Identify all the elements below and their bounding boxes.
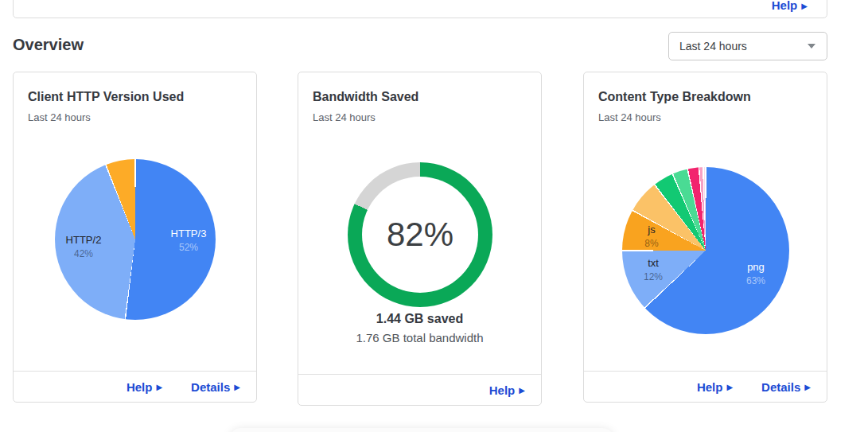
donut-percent-value: 82% — [387, 216, 453, 254]
card-content-type-breakdown: Content Type Breakdown Last 24 hours png… — [583, 72, 827, 403]
card-subtitle: Last 24 hours — [298, 104, 541, 123]
card-bandwidth-saved: Bandwidth Saved Last 24 hours 82% 1.44 G… — [298, 72, 542, 406]
caret-right-icon: ▶ — [156, 383, 162, 391]
card-title: Client HTTP Version Used — [14, 72, 256, 104]
help-link[interactable]: Help ▶ — [489, 383, 525, 397]
caret-right-icon: ▶ — [234, 383, 240, 391]
card-footer: Help ▶ Details ▶ — [584, 371, 827, 402]
time-range-select[interactable]: Last 24 hours — [668, 32, 827, 60]
details-link[interactable]: Details ▶ — [761, 380, 811, 394]
card-subtitle: Last 24 hours — [584, 104, 827, 123]
pie-slice-label-txt: txt 12% — [644, 257, 663, 282]
next-card-top-edge — [229, 428, 614, 432]
page-title: Overview — [13, 36, 84, 54]
pie-slice-label-js: js 8% — [644, 224, 658, 249]
top-partial-card: Help ▶ — [13, 0, 827, 18]
help-link-label: Help — [772, 0, 798, 12]
help-link[interactable]: Help ▶ — [697, 380, 733, 394]
card-client-http-version: Client HTTP Version Used Last 24 hours H… — [13, 72, 257, 403]
caret-right-icon: ▶ — [726, 383, 733, 391]
content-type-pie-chart: png 63% txt 12% js 8% — [622, 167, 789, 334]
bandwidth-total-value: 1.76 GB total bandwidth — [298, 331, 541, 344]
chevron-down-icon — [808, 44, 815, 49]
pie-slice-label-http3: HTTP/3 52% — [171, 228, 207, 253]
bandwidth-donut-chart: 82% — [348, 162, 492, 307]
pie-slice-label-http2: HTTP/2 42% — [66, 234, 102, 259]
dashboard-page: Help ▶ Overview Last 24 hours Client HTT… — [0, 0, 868, 432]
card-footer: Help ▶ — [298, 374, 541, 405]
bandwidth-saved-value: 1.44 GB saved — [298, 312, 541, 326]
donut-hole: 82% — [362, 177, 478, 293]
caret-right-icon: ▶ — [519, 387, 525, 395]
caret-right-icon: ▶ — [801, 2, 808, 10]
caret-right-icon: ▶ — [804, 383, 811, 391]
card-footer: Help ▶ Details ▶ — [14, 371, 256, 402]
card-subtitle: Last 24 hours — [14, 104, 256, 123]
card-title: Bandwidth Saved — [298, 72, 541, 104]
time-range-value: Last 24 hours — [679, 40, 747, 53]
details-link[interactable]: Details ▶ — [191, 380, 240, 394]
help-link[interactable]: Help ▶ — [127, 380, 162, 394]
http-version-pie-chart: HTTP/3 52% HTTP/2 42% — [55, 159, 216, 320]
card-title: Content Type Breakdown — [584, 72, 827, 104]
top-help-link[interactable]: Help ▶ — [772, 0, 808, 12]
pie-slice-label-png: png 63% — [746, 261, 765, 286]
